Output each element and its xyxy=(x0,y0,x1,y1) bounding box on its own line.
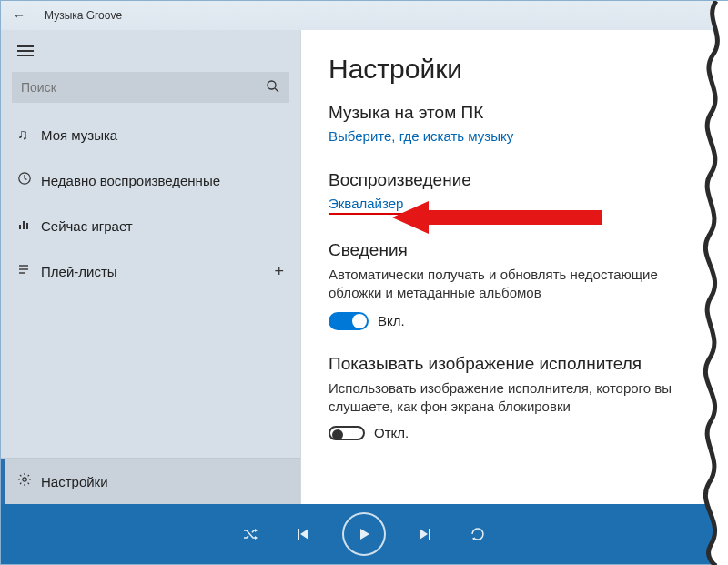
section-artist-image-title: Показывать изображение исполнителя xyxy=(329,354,700,374)
gear-icon xyxy=(17,472,41,490)
back-button[interactable]: ← xyxy=(8,8,30,23)
svg-line-1 xyxy=(275,88,278,92)
nav-settings[interactable]: Настройки xyxy=(1,459,300,504)
music-note-icon: ♫ xyxy=(17,126,41,143)
svg-point-0 xyxy=(268,81,276,89)
playlist-icon xyxy=(17,262,41,280)
shuffle-button[interactable] xyxy=(237,520,264,548)
player-bar xyxy=(1,504,727,564)
nav-now-playing[interactable]: Сейчас играет xyxy=(1,203,300,248)
previous-button[interactable] xyxy=(289,520,317,548)
metadata-toggle-label: Вкл. xyxy=(378,313,405,328)
nav-label: Плей-листы xyxy=(41,264,117,279)
settings-content: Настройки Музыка на этом ПК Выберите, гд… xyxy=(301,30,727,504)
equalizer-link[interactable]: Эквалайзер xyxy=(329,196,403,215)
svg-rect-11 xyxy=(298,529,299,540)
svg-marker-13 xyxy=(360,529,369,540)
svg-rect-3 xyxy=(19,225,21,229)
equalizer-icon xyxy=(17,217,41,235)
choose-music-location-link[interactable]: Выберите, где искать музыку xyxy=(329,128,513,144)
search-input[interactable] xyxy=(21,80,266,95)
about-description: Автоматически получать и обновлять недос… xyxy=(329,266,700,303)
page-title: Настройки xyxy=(329,54,700,85)
nav-recent[interactable]: Недавно воспроизведенные xyxy=(1,157,300,203)
section-about-title: Сведения xyxy=(329,240,700,260)
sidebar: ♫ Моя музыка Недавно воспроизведенные Се… xyxy=(1,30,301,504)
nav-label: Моя музыка xyxy=(41,127,117,143)
title-bar: ← Музыка Groove xyxy=(1,1,727,30)
artist-image-description: Использовать изображение исполнителя, ко… xyxy=(329,379,700,417)
nav-playlists[interactable]: Плей-листы + xyxy=(1,248,300,294)
search-icon xyxy=(266,79,280,96)
artist-image-toggle-label: Откл. xyxy=(374,425,409,440)
app-body: ♫ Моя музыка Недавно воспроизведенные Се… xyxy=(1,30,727,504)
svg-rect-5 xyxy=(26,223,28,229)
section-playback-title: Воспроизведение xyxy=(329,170,700,190)
section-music-title: Музыка на этом ПК xyxy=(329,103,700,123)
add-playlist-button[interactable]: + xyxy=(274,262,284,281)
svg-rect-4 xyxy=(23,221,25,229)
clock-icon xyxy=(17,171,41,189)
nav-list: ♫ Моя музыка Недавно воспроизведенные Се… xyxy=(1,112,300,458)
app-title: Музыка Groove xyxy=(45,9,122,22)
nav-label: Сейчас играет xyxy=(41,218,133,234)
nav-bottom: Настройки xyxy=(1,458,300,504)
nav-label: Настройки xyxy=(41,474,108,489)
repeat-button[interactable] xyxy=(464,520,491,548)
artist-image-toggle[interactable] xyxy=(329,426,365,440)
svg-marker-12 xyxy=(300,529,308,540)
svg-point-9 xyxy=(23,478,26,481)
app-window: ← Музыка Groove ♫ Моя музыка xyxy=(0,0,728,565)
search-box[interactable] xyxy=(12,72,289,103)
next-button[interactable] xyxy=(411,520,439,548)
hamburger-button[interactable] xyxy=(1,30,300,72)
svg-rect-15 xyxy=(429,529,430,540)
svg-marker-14 xyxy=(420,529,428,540)
nav-my-music[interactable]: ♫ Моя музыка xyxy=(1,112,300,157)
metadata-toggle[interactable] xyxy=(329,312,369,330)
play-button[interactable] xyxy=(342,512,386,556)
nav-label: Недавно воспроизведенные xyxy=(41,173,220,188)
